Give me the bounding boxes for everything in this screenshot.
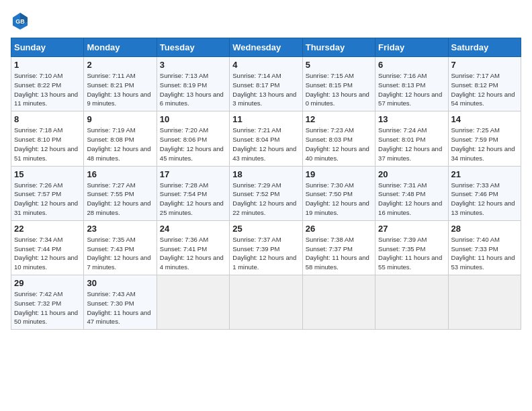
day-number: 29 [14, 278, 81, 288]
calendar-cell: 5 Sunrise: 7:15 AMSunset: 8:15 PMDayligh… [302, 57, 375, 111]
day-number: 5 [306, 60, 372, 70]
calendar-cell: 26 Sunrise: 7:38 AMSunset: 7:37 PMDaylig… [302, 220, 375, 275]
calendar-week-row: 22 Sunrise: 7:34 AMSunset: 7:44 PMDaylig… [11, 220, 521, 275]
logo-icon: GB [11, 11, 30, 30]
day-number: 27 [378, 224, 445, 234]
day-number: 21 [451, 169, 518, 179]
day-number: 20 [378, 169, 445, 179]
weekday-header-wednesday: Wednesday [230, 38, 302, 57]
day-number: 2 [87, 60, 153, 70]
calendar-cell: 18 Sunrise: 7:29 AMSunset: 7:52 PMDaylig… [230, 166, 302, 220]
day-info: Sunrise: 7:38 AMSunset: 7:37 PMDaylight:… [306, 236, 369, 271]
day-number: 1 [14, 60, 81, 70]
day-info: Sunrise: 7:43 AMSunset: 7:30 PMDaylight:… [87, 290, 150, 325]
day-number: 7 [451, 60, 518, 70]
calendar-cell: 12 Sunrise: 7:23 AMSunset: 8:03 PMDaylig… [302, 111, 375, 166]
calendar-cell: 22 Sunrise: 7:34 AMSunset: 7:44 PMDaylig… [11, 220, 84, 275]
day-number: 12 [306, 114, 372, 124]
calendar-cell: 7 Sunrise: 7:17 AMSunset: 8:12 PMDayligh… [448, 57, 521, 111]
calendar-cell: 29 Sunrise: 7:42 AMSunset: 7:32 PMDaylig… [11, 275, 84, 330]
day-info: Sunrise: 7:28 AMSunset: 7:54 PMDaylight:… [160, 181, 224, 216]
calendar-cell: 19 Sunrise: 7:30 AMSunset: 7:50 PMDaylig… [302, 166, 375, 220]
calendar-cell: 16 Sunrise: 7:27 AMSunset: 7:55 PMDaylig… [84, 166, 157, 220]
calendar-cell: 21 Sunrise: 7:33 AMSunset: 7:46 PMDaylig… [448, 166, 521, 220]
day-number: 10 [160, 114, 226, 124]
calendar-cell [302, 275, 375, 330]
day-number: 22 [14, 224, 81, 234]
day-number: 26 [306, 224, 372, 234]
page-header: GB [11, 11, 521, 30]
day-info: Sunrise: 7:11 AMSunset: 8:21 PMDaylight:… [87, 72, 150, 107]
day-info: Sunrise: 7:19 AMSunset: 8:08 PMDaylight:… [87, 126, 150, 161]
day-info: Sunrise: 7:25 AMSunset: 7:59 PMDaylight:… [451, 126, 515, 161]
calendar-cell: 14 Sunrise: 7:25 AMSunset: 7:59 PMDaylig… [448, 111, 521, 166]
calendar-cell: 25 Sunrise: 7:37 AMSunset: 7:39 PMDaylig… [230, 220, 302, 275]
day-number: 19 [306, 169, 372, 179]
calendar-cell: 6 Sunrise: 7:16 AMSunset: 8:13 PMDayligh… [375, 57, 448, 111]
day-info: Sunrise: 7:17 AMSunset: 8:12 PMDaylight:… [451, 72, 515, 107]
day-number: 3 [160, 60, 226, 70]
calendar-cell: 17 Sunrise: 7:28 AMSunset: 7:54 PMDaylig… [157, 166, 229, 220]
day-number: 15 [14, 169, 81, 179]
calendar-cell: 11 Sunrise: 7:21 AMSunset: 8:04 PMDaylig… [230, 111, 302, 166]
calendar-cell [448, 275, 521, 330]
calendar-cell: 9 Sunrise: 7:19 AMSunset: 8:08 PMDayligh… [84, 111, 157, 166]
weekday-header-friday: Friday [375, 38, 448, 57]
day-number: 23 [87, 224, 153, 234]
logo: GB [11, 11, 32, 30]
calendar-cell: 13 Sunrise: 7:24 AMSunset: 8:01 PMDaylig… [375, 111, 448, 166]
calendar-week-row: 1 Sunrise: 7:10 AMSunset: 8:22 PMDayligh… [11, 57, 521, 111]
day-number: 18 [232, 169, 299, 179]
calendar-cell: 3 Sunrise: 7:13 AMSunset: 8:19 PMDayligh… [157, 57, 229, 111]
calendar-cell: 27 Sunrise: 7:39 AMSunset: 7:35 PMDaylig… [375, 220, 448, 275]
day-info: Sunrise: 7:21 AMSunset: 8:04 PMDaylight:… [232, 126, 296, 161]
calendar-week-row: 15 Sunrise: 7:26 AMSunset: 7:57 PMDaylig… [11, 166, 521, 220]
calendar-cell: 28 Sunrise: 7:40 AMSunset: 7:33 PMDaylig… [448, 220, 521, 275]
calendar-cell [375, 275, 448, 330]
weekday-header-row: SundayMondayTuesdayWednesdayThursdayFrid… [11, 38, 521, 57]
day-info: Sunrise: 7:26 AMSunset: 7:57 PMDaylight:… [14, 181, 78, 216]
weekday-header-sunday: Sunday [11, 38, 84, 57]
calendar-table: SundayMondayTuesdayWednesdayThursdayFrid… [11, 38, 521, 330]
day-number: 8 [14, 114, 81, 124]
calendar-cell [157, 275, 229, 330]
day-number: 14 [451, 114, 518, 124]
day-number: 16 [87, 169, 153, 179]
calendar-cell: 20 Sunrise: 7:31 AMSunset: 7:48 PMDaylig… [375, 166, 448, 220]
day-number: 13 [378, 114, 445, 124]
calendar-cell: 4 Sunrise: 7:14 AMSunset: 8:17 PMDayligh… [230, 57, 302, 111]
day-info: Sunrise: 7:37 AMSunset: 7:39 PMDaylight:… [232, 236, 296, 271]
calendar-cell: 24 Sunrise: 7:36 AMSunset: 7:41 PMDaylig… [157, 220, 229, 275]
day-info: Sunrise: 7:34 AMSunset: 7:44 PMDaylight:… [14, 236, 78, 271]
day-info: Sunrise: 7:31 AMSunset: 7:48 PMDaylight:… [378, 181, 442, 216]
day-info: Sunrise: 7:14 AMSunset: 8:17 PMDaylight:… [232, 72, 296, 107]
weekday-header-thursday: Thursday [302, 38, 375, 57]
day-number: 28 [451, 224, 518, 234]
calendar-cell: 10 Sunrise: 7:20 AMSunset: 8:06 PMDaylig… [157, 111, 229, 166]
weekday-header-saturday: Saturday [448, 38, 521, 57]
calendar-week-row: 8 Sunrise: 7:18 AMSunset: 8:10 PMDayligh… [11, 111, 521, 166]
day-info: Sunrise: 7:15 AMSunset: 8:15 PMDaylight:… [306, 72, 369, 107]
calendar-cell [230, 275, 302, 330]
day-number: 30 [87, 278, 153, 288]
day-info: Sunrise: 7:30 AMSunset: 7:50 PMDaylight:… [306, 181, 369, 216]
svg-text:GB: GB [15, 18, 25, 25]
day-number: 17 [160, 169, 226, 179]
calendar-cell: 23 Sunrise: 7:35 AMSunset: 7:43 PMDaylig… [84, 220, 157, 275]
day-number: 11 [232, 114, 299, 124]
day-info: Sunrise: 7:20 AMSunset: 8:06 PMDaylight:… [160, 126, 224, 161]
day-number: 6 [378, 60, 445, 70]
calendar-cell: 2 Sunrise: 7:11 AMSunset: 8:21 PMDayligh… [84, 57, 157, 111]
day-number: 25 [232, 224, 299, 234]
day-info: Sunrise: 7:42 AMSunset: 7:32 PMDaylight:… [14, 290, 78, 325]
day-number: 4 [232, 60, 299, 70]
calendar-cell: 8 Sunrise: 7:18 AMSunset: 8:10 PMDayligh… [11, 111, 84, 166]
day-info: Sunrise: 7:35 AMSunset: 7:43 PMDaylight:… [87, 236, 150, 271]
day-info: Sunrise: 7:40 AMSunset: 7:33 PMDaylight:… [451, 236, 515, 271]
weekday-header-monday: Monday [84, 38, 157, 57]
day-info: Sunrise: 7:16 AMSunset: 8:13 PMDaylight:… [378, 72, 442, 107]
day-info: Sunrise: 7:39 AMSunset: 7:35 PMDaylight:… [378, 236, 442, 271]
weekday-header-tuesday: Tuesday [157, 38, 229, 57]
day-info: Sunrise: 7:23 AMSunset: 8:03 PMDaylight:… [306, 126, 369, 161]
day-number: 24 [160, 224, 226, 234]
